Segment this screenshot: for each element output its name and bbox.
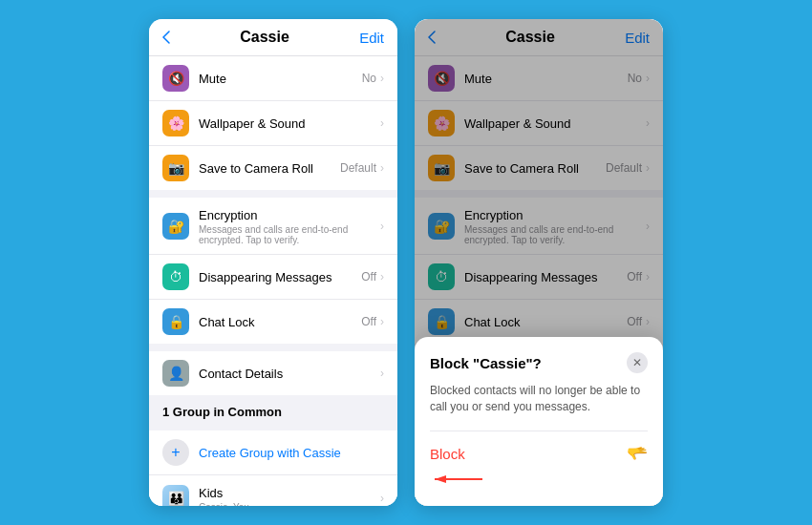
encryption-label: Encryption — [199, 208, 257, 222]
screen-1: Cassie Edit 🔇 Mute No › 🌸 Wallpaper & So… — [149, 19, 397, 506]
modal-header: Block "Cassie"? ✕ — [430, 352, 648, 373]
wallpaper-content: Wallpaper & Sound — [199, 115, 380, 132]
disappearing-row[interactable]: ⏱ Disappearing Messages Off › — [149, 255, 397, 300]
wallpaper-row[interactable]: 🌸 Wallpaper & Sound › — [149, 101, 397, 146]
plus-icon: + — [162, 439, 189, 466]
camera-icon: 📷 — [162, 155, 189, 181]
chatlock-label: Chat Lock — [199, 315, 255, 329]
back-button-1[interactable] — [162, 31, 170, 44]
encryption-row[interactable]: 🔐 Encryption Messages and calls are end-… — [149, 198, 397, 255]
mute-label: Mute — [199, 72, 226, 86]
settings-section-1: 🔇 Mute No › 🌸 Wallpaper & Sound › 📷 — [149, 56, 397, 190]
chatlock-value: Off — [361, 315, 376, 328]
mute-value: No — [362, 72, 376, 85]
disappearing-content: Disappearing Messages — [199, 268, 361, 285]
modal-body: Blocked contacts will no longer be able … — [430, 383, 648, 415]
security-section: 🔐 Encryption Messages and calls are end-… — [149, 198, 397, 344]
kids-content: Kids Cassie, You — [199, 484, 380, 506]
hand-icon: 🫳 — [627, 443, 648, 464]
scroll-content-1: 🔇 Mute No › 🌸 Wallpaper & Sound › 📷 — [149, 56, 397, 506]
kids-group-row[interactable]: 👪 Kids Cassie, You › — [149, 475, 397, 506]
encryption-icon: 🔐 — [162, 213, 189, 240]
edit-button-1[interactable]: Edit — [359, 30, 384, 46]
chatlock-icon: 🔒 — [162, 308, 189, 335]
wallpaper-chevron: › — [380, 116, 384, 130]
contact-chevron: › — [380, 367, 384, 380]
encryption-chevron: › — [380, 220, 384, 233]
mute-chevron: › — [380, 72, 384, 85]
disappearing-icon: ⏱ — [162, 263, 189, 290]
camera-content: Save to Camera Roll — [199, 159, 340, 177]
screen-2: Cassie Edit 🔇 Mute No › 🌸 Wallpaper & So… — [415, 19, 663, 506]
arrow-container — [430, 468, 648, 491]
camera-row[interactable]: 📷 Save to Camera Roll Default › — [149, 146, 397, 190]
contact-icon: 👤 — [162, 360, 189, 387]
nav-bar-1: Cassie Edit — [149, 19, 397, 56]
modal-sheet: Block "Cassie"? ✕ Blocked contacts will … — [415, 337, 663, 506]
mute-icon: 🔇 — [162, 65, 189, 92]
kids-avatar: 👪 — [162, 485, 189, 506]
chatlock-content: Chat Lock — [199, 313, 361, 330]
kids-chevron: › — [380, 492, 384, 505]
modal-block-button[interactable]: Block — [430, 446, 465, 462]
create-group-label: Create Group with Cassie — [199, 446, 341, 460]
camera-chevron: › — [380, 161, 384, 175]
wallpaper-label: Wallpaper & Sound — [199, 116, 306, 131]
nav-title-1: Cassie — [240, 29, 289, 46]
contact-section: 👤 Contact Details › — [149, 351, 397, 395]
modal-title: Block "Cassie"? — [430, 355, 542, 371]
camera-value: Default — [340, 161, 376, 175]
arrow-icon — [430, 468, 487, 491]
wallpaper-icon: 🌸 — [162, 110, 189, 136]
chatlock-chevron: › — [380, 315, 384, 328]
camera-label: Save to Camera Roll — [199, 161, 313, 176]
modal-overlay: Block "Cassie"? ✕ Blocked contacts will … — [415, 19, 663, 506]
modal-footer: Block 🫳 — [430, 430, 648, 464]
contact-label: Contact Details — [199, 367, 283, 381]
groups-section: + Create Group with Cassie 👪 Kids Cassie… — [149, 430, 397, 506]
chatlock-row[interactable]: 🔒 Chat Lock Off › — [149, 300, 397, 344]
contact-row[interactable]: 👤 Contact Details › — [149, 351, 397, 395]
kids-sublabel: Cassie, You — [199, 502, 380, 506]
contact-content: Contact Details — [199, 365, 380, 382]
disappearing-value: Off — [361, 270, 376, 284]
modal-close-button[interactable]: ✕ — [627, 352, 648, 373]
encryption-content: Encryption Messages and calls are end-to… — [199, 206, 380, 245]
encryption-sublabel: Messages and calls are end-to-end encryp… — [199, 224, 380, 245]
kids-label: Kids — [199, 486, 223, 500]
disappearing-chevron: › — [380, 270, 384, 284]
group-header: 1 Group in Common — [149, 395, 397, 423]
mute-row[interactable]: 🔇 Mute No › — [149, 56, 397, 101]
disappearing-label: Disappearing Messages — [199, 270, 331, 284]
mute-content: Mute — [199, 70, 362, 87]
create-group-row[interactable]: + Create Group with Cassie — [149, 430, 397, 475]
